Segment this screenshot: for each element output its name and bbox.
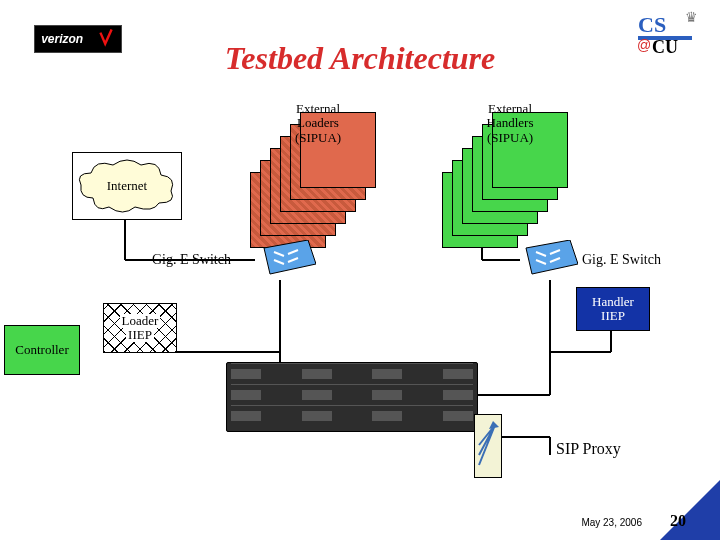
page-number: 20 xyxy=(670,512,686,530)
svg-marker-17 xyxy=(489,421,499,429)
sip-card xyxy=(474,414,502,478)
controller-box: Controller xyxy=(4,325,80,375)
loaders-l2: Loaders xyxy=(278,116,358,130)
switch-left xyxy=(256,240,316,280)
controller-label: Controller xyxy=(15,343,68,357)
sip-proxy-label: SIP Proxy xyxy=(556,440,621,458)
svg-marker-15 xyxy=(264,240,316,274)
handlers-l2: Handlers xyxy=(470,116,550,130)
handler-iiep-l1: Handler xyxy=(592,295,634,309)
crown-icon: ♛ xyxy=(685,9,698,25)
loader-iiep-l1: Loader xyxy=(120,314,161,328)
corner-accent xyxy=(660,480,720,540)
svg-marker-16 xyxy=(526,240,578,274)
loaders-l1: External xyxy=(278,102,358,116)
handler-iiep-box: Handler IIEP xyxy=(576,287,650,331)
handler-iiep-l2: IIEP xyxy=(601,309,625,323)
server-rack xyxy=(226,362,478,432)
slide-title: Testbed Architecture xyxy=(0,40,720,77)
internet-label: Internet xyxy=(107,178,147,194)
switch-right-label: Gig. E Switch xyxy=(582,252,661,268)
loader-iiep-l2: IIEP xyxy=(126,328,154,342)
cscu-cs-text: CS xyxy=(638,12,666,37)
switch-right xyxy=(518,240,578,280)
handlers-l3: (SIPUA) xyxy=(470,131,550,145)
connection-lines xyxy=(0,0,720,540)
loader-iiep-box: Loader IIEP xyxy=(103,303,177,353)
loaders-l3: (SIPUA) xyxy=(278,131,358,145)
handlers-l1: External xyxy=(470,102,550,116)
loaders-label: External Loaders (SIPUA) xyxy=(278,102,358,145)
internet-cloud: Internet xyxy=(72,152,182,220)
footer-date: May 23, 2006 xyxy=(581,517,642,528)
handlers-label: External Handlers (SIPUA) xyxy=(470,102,550,145)
switch-left-label: Gig. E Switch xyxy=(152,252,231,268)
